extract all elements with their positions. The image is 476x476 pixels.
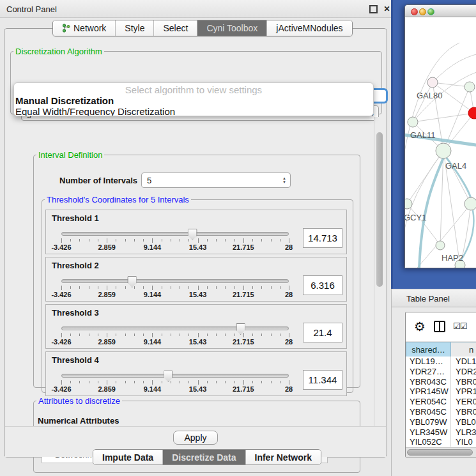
- cell-shared-name[interactable]: YPR145W: [406, 387, 451, 397]
- table-row[interactable]: YER054CYER0: [406, 397, 476, 407]
- table-panel-title: Table Panel: [392, 289, 476, 303]
- cell-name[interactable]: YBL0: [451, 417, 476, 427]
- cell-shared-name[interactable]: YDR27…: [406, 367, 451, 377]
- node-gal4[interactable]: [436, 143, 451, 158]
- table-row[interactable]: YBL079WYBL0: [406, 417, 476, 427]
- cell-name[interactable]: YPR1: [451, 387, 476, 397]
- cell-shared-name[interactable]: YDL19…: [406, 357, 451, 367]
- cell-shared-name[interactable]: YBR045C: [406, 407, 451, 417]
- tab-infer-network[interactable]: Infer Network: [246, 450, 321, 464]
- node-gcy1[interactable]: [405, 199, 412, 209]
- node-red[interactable]: [468, 107, 476, 119]
- cell-name[interactable]: YER0: [451, 397, 476, 407]
- tick-label: 28: [285, 338, 293, 346]
- cell-name[interactable]: YBR0: [451, 377, 476, 387]
- select-columns-icon[interactable]: ☑☑: [453, 321, 466, 331]
- tab-network[interactable]: Network: [53, 20, 116, 36]
- threshold-1-value-field[interactable]: 14.713: [303, 228, 342, 248]
- split-columns-icon[interactable]: [434, 321, 445, 332]
- tick-label: 15.43: [189, 243, 207, 251]
- close-icon[interactable]: ✕: [383, 5, 391, 13]
- minimize-traffic-light-icon[interactable]: [419, 8, 426, 15]
- node-label-gal11: GAL11: [410, 130, 436, 140]
- threshold-2-value-field[interactable]: 6.316: [303, 275, 342, 295]
- network-icon: [62, 24, 70, 33]
- tab-select[interactable]: Select: [154, 20, 197, 36]
- threshold-4-slider[interactable]: [61, 374, 289, 378]
- threshold-3-slider[interactable]: [61, 326, 289, 330]
- cell-name[interactable]: YLR3: [451, 427, 476, 438]
- column-header-shared[interactable]: shared…: [406, 342, 451, 357]
- table-row[interactable]: YDR27…YDR2: [406, 367, 476, 377]
- panel-scrollbar-thumb[interactable]: [376, 132, 383, 287]
- threshold-2-label: Threshold 2: [52, 261, 99, 270]
- node-label-gal4: GAL4: [445, 161, 466, 171]
- cell-name[interactable]: YDL1: [451, 357, 476, 367]
- threshold-3-panel: Threshold 3 -3.4262.8599.14415.4321.7152…: [45, 304, 347, 349]
- tab-impute-data[interactable]: Impute Data: [93, 450, 163, 464]
- tab-select-label: Select: [163, 23, 188, 33]
- tab-impute-data-label: Impute Data: [102, 452, 153, 463]
- cyni-toolbox-panel: Discretization Algorithm Table Data galF…: [4, 28, 387, 457]
- cell-shared-name[interactable]: YLR345W: [406, 427, 451, 438]
- cell-shared-name[interactable]: YBR043C: [406, 377, 451, 387]
- thresholds-group: Threshold's Coordinates for 5 Intervals …: [42, 195, 353, 393]
- table-row[interactable]: YBR043CYBR0: [406, 377, 476, 387]
- cell-name[interactable]: YIL0: [451, 437, 476, 447]
- gear-icon[interactable]: ⚙: [414, 319, 426, 334]
- table-row[interactable]: YBR045CYBR0: [406, 407, 476, 417]
- number-of-intervals-combobox[interactable]: 5 ▲▼: [141, 173, 291, 188]
- apply-button[interactable]: Apply: [173, 431, 218, 445]
- node-hap2[interactable]: [436, 241, 445, 250]
- node-ga[interactable]: [464, 82, 475, 92]
- tab-infer-network-label: Infer Network: [255, 452, 312, 463]
- cell-shared-name[interactable]: YBL079W: [406, 417, 451, 427]
- tab-style[interactable]: Style: [116, 20, 154, 36]
- tick-labels: -3.4262.8599.14415.4321.71528: [61, 385, 289, 393]
- cell-name[interactable]: YBR0: [451, 407, 476, 417]
- tick-label: 28: [285, 385, 293, 393]
- top-tabbar: Network Style Select Cyni Toolbox jActiv…: [52, 20, 353, 36]
- cell-shared-name[interactable]: YIL052C: [406, 437, 451, 447]
- zoom-traffic-light-icon[interactable]: [427, 8, 434, 15]
- tab-cyni-toolbox[interactable]: Cyni Toolbox: [197, 20, 267, 36]
- table-row[interactable]: YIL052CYIL0: [406, 437, 476, 447]
- cell-shared-name[interactable]: YER054C: [406, 397, 451, 407]
- tick-labels: -3.4262.8599.14415.4321.71528: [61, 291, 289, 298]
- control-panel: Control Panel ✕ Network Style Select Cyn…: [0, 0, 391, 476]
- threshold-1-slider[interactable]: [61, 232, 289, 236]
- algorithm-option-manual[interactable]: Manual Discretization: [14, 95, 373, 106]
- tick-label: 15.43: [189, 338, 207, 346]
- table-row[interactable]: YPR145WYPR1: [406, 387, 476, 397]
- node-h[interactable]: [464, 197, 476, 210]
- column-header-name[interactable]: n: [451, 342, 476, 357]
- table-hscrollbar-thumb[interactable]: [407, 449, 473, 456]
- table-horizontal-scrollbar[interactable]: [406, 447, 476, 457]
- table-row[interactable]: YDL19…YDL1: [406, 357, 476, 367]
- tick-label: 9.144: [144, 243, 162, 251]
- table-header-row: shared… n: [406, 342, 476, 357]
- tick-label: -3.426: [51, 243, 71, 251]
- tick-label: -3.426: [51, 338, 71, 346]
- threshold-4-value-field[interactable]: 11.344: [303, 370, 342, 390]
- close-traffic-light-icon[interactable]: [411, 8, 418, 15]
- tick-label: 28: [285, 243, 293, 251]
- panel-scrollbar[interactable]: [374, 117, 384, 426]
- node-gal80[interactable]: [427, 77, 438, 88]
- algorithm-option-equal-width[interactable]: Equal Width/Frequency Discretization: [14, 106, 373, 116]
- tab-discretize-data[interactable]: Discretize Data: [163, 450, 245, 464]
- tick-label: 9.144: [144, 291, 162, 298]
- threshold-3-value-field[interactable]: 21.4: [303, 323, 342, 342]
- network-window[interactable]: GAL80 GA C GAL11 GAL4 GCY1 H HAP2: [404, 4, 476, 268]
- node-label-gcy1: GCY1: [405, 213, 426, 222]
- tab-jactivemnodules[interactable]: jActiveMNodules: [267, 20, 351, 36]
- network-window-titlebar[interactable]: [405, 5, 476, 17]
- table-row[interactable]: YLR345WYLR3: [406, 427, 476, 438]
- float-window-icon[interactable]: [369, 5, 378, 13]
- tick-labels: -3.4262.8599.14415.4321.71528: [61, 243, 289, 251]
- node-gal11[interactable]: [408, 117, 418, 127]
- threshold-2-slider[interactable]: [61, 279, 289, 283]
- network-canvas[interactable]: GAL80 GA C GAL11 GAL4 GCY1 H HAP2: [405, 17, 476, 268]
- tick-label: 21.715: [233, 385, 254, 393]
- cell-name[interactable]: YDR2: [451, 367, 476, 377]
